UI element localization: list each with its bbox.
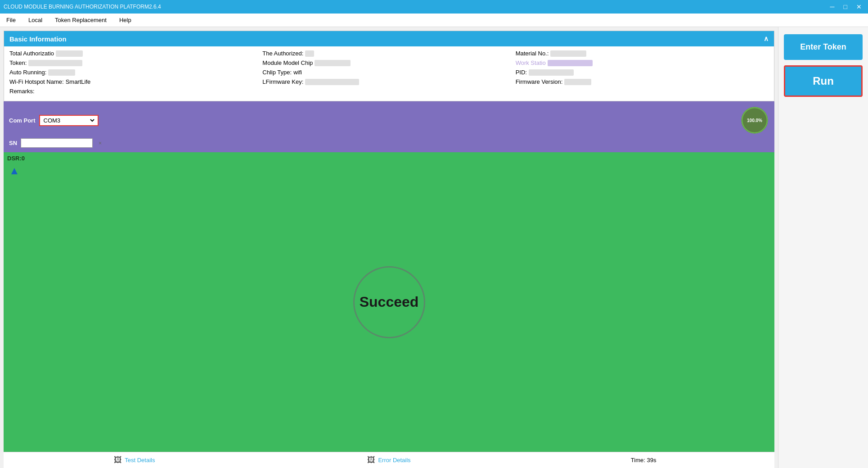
auto-running-label: Auto Running:: [9, 69, 46, 76]
model-chip-cell: Module Model Chip: [262, 59, 515, 66]
info-row-1: Total Authorizatio The Authorized: Mater…: [9, 50, 769, 57]
collapse-icon[interactable]: ∧: [764, 35, 769, 43]
error-details-link[interactable]: Error Details: [378, 457, 410, 463]
authorized-value: [305, 50, 314, 57]
succeed-circle: Succeed: [353, 266, 425, 338]
remarks-label: Remarks:: [9, 88, 35, 95]
total-auth-cell: Total Authorizatio: [9, 50, 262, 57]
menu-bar: File Local Token Replacement Help: [0, 14, 868, 27]
status-bar: 🖼 Test Details 🖼 Error Details Time: 39s: [4, 452, 774, 468]
authorized-cell: The Authorized:: [262, 50, 515, 57]
info-row-4: Wi-Fi Hotspot Name: SmartLife LFirmware …: [9, 78, 769, 85]
workstation-value: [548, 60, 593, 66]
material-no-value: [550, 50, 586, 57]
pid-label: PID:: [516, 69, 527, 76]
purple-section: Com Port COM3 COM1 COM2 COM4 100.0%: [4, 101, 774, 152]
com-port-select[interactable]: COM3 COM1 COM2 COM4: [42, 117, 96, 124]
test-details-item[interactable]: 🖼 Test Details: [7, 455, 262, 465]
sn-input[interactable]: [23, 140, 99, 146]
output-area: DSR:0 ▲ Succeed: [4, 152, 774, 452]
firmware-version-label: Firmware Version:: [516, 78, 563, 85]
app-title: CLOUD MODULE BURNING AUTHORIZATION PLATF…: [4, 4, 161, 10]
sn-row: SN ×: [9, 138, 769, 148]
time-label: Time:: [631, 457, 645, 463]
main-layout: Basic Information ∧ Total Authorizatio T…: [0, 27, 868, 468]
svg-text:100.0%: 100.0%: [747, 118, 762, 123]
info-row-2: Token: Module Model Chip Work Statio: [9, 59, 769, 66]
basic-info-title: Basic Information: [9, 35, 67, 43]
auto-running-value: [48, 69, 75, 76]
menu-help[interactable]: Help: [117, 15, 134, 25]
test-details-link[interactable]: Test Details: [125, 457, 155, 463]
workstation-cell: Work Statio: [516, 59, 769, 66]
succeed-text: Succeed: [360, 294, 419, 310]
basic-info-body: Total Authorizatio The Authorized: Mater…: [4, 46, 774, 101]
pid-cell: PID:: [516, 69, 769, 76]
com-port-select-wrapper[interactable]: COM3 COM1 COM2 COM4: [39, 115, 99, 126]
right-sidebar: Enter Token Run: [778, 27, 868, 468]
sn-label: SN: [9, 140, 17, 146]
wifi-hotspot-cell: Wi-Fi Hotspot Name: SmartLife: [9, 78, 262, 85]
chip-type-cell: Chlip Type: wifi: [262, 69, 515, 76]
info-row-5: Remarks:: [9, 88, 769, 95]
minimize-button[interactable]: ─: [828, 2, 837, 11]
up-arrow-icon: ▲: [4, 164, 774, 177]
material-no-cell: Material No.:: [516, 50, 769, 57]
com-port-row: Com Port COM3 COM1 COM2 COM4 100.0%: [9, 106, 769, 135]
total-auth-label: Total Authorizatio: [9, 50, 54, 57]
time-value: 39s: [647, 457, 657, 463]
basic-info-header: Basic Information ∧: [4, 31, 774, 46]
sn-clear-button[interactable]: ×: [99, 140, 102, 146]
menu-file[interactable]: File: [4, 15, 18, 25]
chip-type-value: wifi: [293, 69, 302, 76]
total-auth-value: [56, 50, 83, 57]
auto-running-cell: Auto Running:: [9, 69, 262, 76]
com-port-label: Com Port: [9, 117, 36, 124]
basic-info-panel: Basic Information ∧ Total Authorizatio T…: [4, 31, 774, 101]
lfirmware-key-label: LFirmware Key:: [262, 78, 303, 85]
progress-circle: 100.0%: [740, 106, 769, 135]
firmware-version-value: [564, 79, 591, 85]
title-bar: CLOUD MODULE BURNING AUTHORIZATION PLATF…: [0, 0, 868, 14]
enter-token-button[interactable]: Enter Token: [784, 34, 863, 60]
model-chip-label: Module Model Chip: [262, 59, 313, 66]
window-controls: ─ □ ✕: [828, 2, 864, 11]
menu-token-replacement[interactable]: Token Replacement: [52, 15, 109, 25]
status-time: Time: 39s: [516, 457, 771, 463]
pid-value: [529, 69, 574, 76]
authorized-label: The Authorized:: [262, 50, 303, 57]
maximize-button[interactable]: □: [841, 2, 850, 11]
sn-input-wrapper: ×: [21, 138, 93, 148]
close-button[interactable]: ✕: [854, 2, 864, 11]
error-details-icon: 🖼: [367, 455, 375, 465]
firmware-version-cell: Firmware Version:: [516, 78, 769, 85]
token-label: Token:: [9, 59, 27, 66]
run-button[interactable]: Run: [784, 65, 863, 97]
wifi-hotspot-label: Wi-Fi Hotspot Name:: [9, 78, 64, 85]
lfirmware-key-cell: LFirmware Key:: [262, 78, 515, 85]
remarks-cell: Remarks:: [9, 88, 769, 95]
chip-type-label: Chlip Type:: [262, 69, 292, 76]
menu-local[interactable]: Local: [26, 15, 45, 25]
material-no-label: Material No.:: [516, 50, 549, 57]
workstation-label: Work Statio: [516, 59, 546, 66]
dsr-label: DSR:0: [4, 152, 774, 164]
model-chip-value: [315, 60, 351, 66]
lfirmware-key-value: [305, 79, 359, 85]
test-details-icon: 🖼: [114, 455, 122, 465]
info-row-3: Auto Running: Chlip Type: wifi PID:: [9, 69, 769, 76]
succeed-container: Succeed: [353, 266, 425, 338]
left-content: Basic Information ∧ Total Authorizatio T…: [0, 27, 778, 468]
wifi-hotspot-value: SmartLife: [66, 78, 91, 85]
token-value: [28, 60, 82, 66]
token-cell: Token:: [9, 59, 262, 66]
error-details-item[interactable]: 🖼 Error Details: [262, 455, 517, 465]
